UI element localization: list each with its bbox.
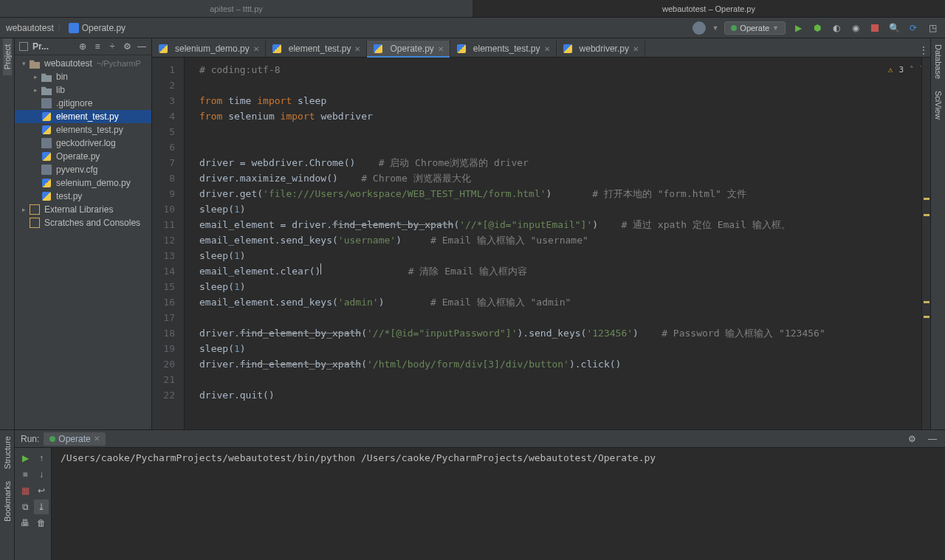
tree-twisty-icon[interactable]: ▸ <box>31 86 40 94</box>
close-icon[interactable]: ✕ <box>253 45 259 53</box>
layout-icon[interactable]: ▦ <box>18 483 32 498</box>
window-tab[interactable]: apitest – tttt.py <box>0 0 472 17</box>
tree-row[interactable]: ▸lib <box>15 83 151 97</box>
code-line[interactable]: sleep(1) <box>199 248 825 263</box>
line-number[interactable]: 5 <box>152 124 175 139</box>
sciview-tool-tab[interactable]: SciView <box>934 85 943 125</box>
editor-tabs-more-icon[interactable]: ⋮ <box>917 44 930 57</box>
tree-row[interactable]: ▾webautotest~/PycharmP <box>15 57 151 70</box>
code-line[interactable]: driver = webdriver.Chrome() # 启动 Chrome浏… <box>199 155 825 170</box>
tree-row[interactable]: selenium_demo.py <box>15 176 151 190</box>
close-icon[interactable]: ✕ <box>544 45 550 53</box>
line-number[interactable]: 1 <box>152 62 175 77</box>
code-line[interactable] <box>199 77 825 93</box>
tree-row[interactable]: .gitignore <box>15 97 151 110</box>
expand-all-icon[interactable]: ≡ <box>92 41 103 52</box>
code-line[interactable] <box>199 139 825 155</box>
code-line[interactable]: driver.quit() <box>199 387 825 403</box>
debug-button-icon[interactable]: ⬢ <box>811 21 824 35</box>
tree-row[interactable]: Operate.py <box>15 150 151 163</box>
editor-tab[interactable]: Operate.py✕ <box>367 41 450 57</box>
run-button-icon[interactable]: ▶ <box>791 21 805 35</box>
run-output[interactable]: /Users/caoke/PycharmProjects/webautotest… <box>52 448 945 560</box>
line-number[interactable]: 16 <box>152 294 175 310</box>
run-config-selector[interactable]: Operate ▼ <box>724 21 786 35</box>
line-number[interactable]: 7 <box>152 155 175 170</box>
code-line[interactable] <box>199 310 825 325</box>
line-number[interactable]: 18 <box>152 325 175 341</box>
down-icon[interactable]: ↓ <box>34 467 49 482</box>
editor-tab[interactable]: element_test.py✕ <box>266 41 368 57</box>
code-line[interactable]: from selenium import webdriver <box>199 108 825 124</box>
code-line[interactable]: # coding:utf-8 <box>199 62 825 77</box>
stop-button[interactable] <box>868 21 882 35</box>
code-line[interactable]: sleep(1) <box>199 279 825 294</box>
search-icon[interactable]: 🔍 <box>887 21 901 35</box>
code-content[interactable]: # coding:utf-8 from time import sleepfro… <box>185 58 825 429</box>
line-number[interactable]: 14 <box>152 263 175 279</box>
prev-highlight-icon[interactable]: ˄ <box>910 62 914 77</box>
user-avatar-icon[interactable] <box>693 21 706 35</box>
close-icon[interactable]: ✕ <box>354 45 360 53</box>
code-line[interactable]: email_element.clear() # 清除 Email 输入框内容 <box>199 263 825 279</box>
run-panel-tab[interactable]: Operate ✕ <box>44 432 105 446</box>
sync-icon[interactable]: ⟳ <box>907 21 920 35</box>
tree-row[interactable]: geckodriver.log <box>15 136 151 150</box>
ide-settings-icon[interactable]: ◳ <box>926 21 939 35</box>
warning-marker[interactable] <box>924 198 929 200</box>
stop-run-icon[interactable]: ■ <box>18 467 32 482</box>
line-number[interactable]: 13 <box>152 248 175 263</box>
code-line[interactable]: email_element = driver.find_element_by_x… <box>199 217 825 232</box>
code-line[interactable]: driver.find_element_by_xpath('/html/body… <box>199 356 825 372</box>
line-number[interactable]: 19 <box>152 341 175 356</box>
line-number[interactable]: 20 <box>152 356 175 372</box>
tree-row[interactable]: ▸bin <box>15 70 151 83</box>
code-line[interactable] <box>199 372 825 387</box>
tree-twisty-icon[interactable]: ▸ <box>31 73 40 80</box>
line-number[interactable]: 15 <box>152 279 175 294</box>
coverage-button-icon[interactable]: ◐ <box>830 21 843 35</box>
code-line[interactable]: email_element.send_keys('admin') # Email… <box>199 294 825 310</box>
profile-button-icon[interactable]: ◉ <box>849 21 862 35</box>
code-line[interactable]: email_element.send_keys('username') # Em… <box>199 232 825 248</box>
tree-row[interactable]: pyvenv.cfg <box>15 163 151 176</box>
close-icon[interactable]: ✕ <box>438 45 444 53</box>
database-tool-tab[interactable]: Database <box>934 38 943 85</box>
line-number[interactable]: 6 <box>152 139 175 155</box>
code-line[interactable]: sleep(1) <box>199 341 825 356</box>
warning-marker[interactable] <box>924 316 929 318</box>
project-tool-tab[interactable]: Project <box>3 38 12 75</box>
line-number[interactable]: 11 <box>152 217 175 232</box>
marker-strip[interactable] <box>921 58 930 429</box>
run-settings-icon[interactable]: ⚙ <box>905 432 918 446</box>
tree-row[interactable]: test.py <box>15 190 151 203</box>
pin-icon[interactable]: ⧉ <box>18 499 32 514</box>
tree-twisty-icon[interactable]: ▾ <box>19 60 28 67</box>
editor-tab[interactable]: selenium_demo.py✕ <box>152 41 266 57</box>
line-number[interactable]: 4 <box>152 108 175 124</box>
line-number[interactable]: 21 <box>152 372 175 387</box>
tree-row[interactable]: ▸External Libraries <box>15 203 151 216</box>
gear-icon[interactable]: ⚙ <box>122 41 132 52</box>
line-number[interactable]: 17 <box>152 310 175 325</box>
avatar-chevron-icon[interactable]: ▼ <box>712 24 718 32</box>
window-tab[interactable]: webautotest – Operate.py <box>472 0 945 17</box>
line-number[interactable]: 12 <box>152 232 175 248</box>
code-line[interactable]: sleep(1) <box>199 201 825 217</box>
print-icon[interactable]: 🖶 <box>18 516 32 530</box>
up-icon[interactable]: ↑ <box>34 451 49 466</box>
tree-row[interactable]: Scratches and Consoles <box>15 216 151 229</box>
line-number[interactable]: 22 <box>152 387 175 403</box>
warning-marker[interactable] <box>924 301 929 303</box>
close-icon[interactable]: ✕ <box>633 45 639 53</box>
breadcrumb-file[interactable]: Operate.py <box>82 23 126 33</box>
warning-marker[interactable] <box>924 214 929 216</box>
line-number[interactable]: 2 <box>152 77 175 93</box>
code-line[interactable] <box>199 124 825 139</box>
code-area[interactable]: 12345678910111213141516171819202122 # co… <box>152 58 930 429</box>
structure-tool-tab[interactable]: Structure <box>3 430 12 475</box>
tree-row[interactable]: element_test.py <box>15 110 151 123</box>
line-number[interactable]: 8 <box>152 170 175 186</box>
editor-tab[interactable]: elements_test.py✕ <box>450 41 557 57</box>
editor-tab[interactable]: webdriver.py✕ <box>557 41 645 57</box>
